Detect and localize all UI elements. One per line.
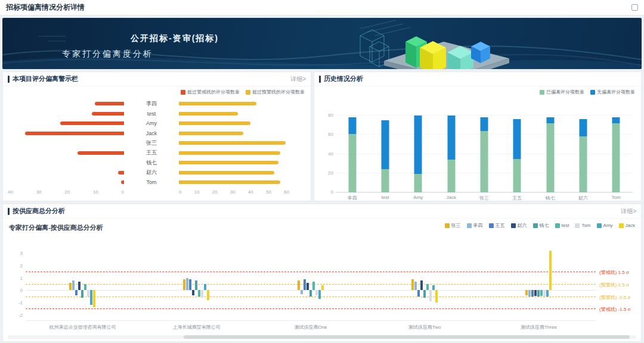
- deviation-bar: [301, 290, 303, 294]
- legend-label: 钱七: [540, 222, 549, 229]
- panel-supplier-header: 按供应商总分分析 详细>: [3, 204, 641, 219]
- axis-tick: Jack: [446, 195, 456, 200]
- tornado-row: 钱七: [8, 158, 306, 168]
- bar-right: [179, 171, 274, 174]
- deviation-bar: [435, 290, 438, 303]
- category-label: Amy: [124, 120, 179, 126]
- stacked-legend: 已偏离评分项数量无偏离评分项数量: [314, 86, 641, 95]
- deviation-bar: [304, 279, 306, 291]
- segment-normal: [513, 119, 521, 158]
- segment-deviated: [513, 159, 521, 192]
- legend-swatch: [511, 223, 516, 228]
- axis-tick: 测试供应商One: [294, 324, 327, 330]
- category-label: 赵六: [124, 169, 179, 176]
- legend-item[interactable]: 超过预警线的评分项数量: [246, 89, 305, 95]
- tornado-axis: 403020100 0102030405060: [8, 189, 306, 195]
- legend-swatch: [533, 223, 538, 228]
- header-accent: [8, 208, 10, 215]
- deviation-bar: [321, 285, 324, 290]
- axis-tick: 王五: [512, 195, 522, 201]
- grouped-chart: 专家打分偏离-按供应商总分分析 张三李四王五赵六钱七testTomAmyJack…: [3, 219, 641, 338]
- warning-detail-link[interactable]: 详细>: [290, 75, 306, 83]
- tornado-row: 赵六: [8, 168, 306, 178]
- middle-row: 本项目评分偏离警示栏 详细> 超过警戒线的评分项数量超过预警线的评分项数量 李四…: [2, 71, 642, 201]
- bar-left: [60, 121, 124, 125]
- header-accent: [8, 76, 10, 83]
- legend-item[interactable]: 王五: [489, 222, 505, 229]
- deviation-bar: [420, 280, 423, 291]
- axis-tick: 30: [36, 189, 42, 195]
- segment-normal: [382, 120, 389, 169]
- stacked-bar: [513, 116, 521, 192]
- header-accent: [319, 76, 321, 83]
- deviation-bar: [549, 251, 552, 290]
- segment-normal: [414, 116, 422, 174]
- segment-deviated: [348, 134, 356, 192]
- axis-tick: 2: [20, 263, 23, 269]
- legend-item[interactable]: 已偏离评分项数量: [540, 89, 584, 95]
- category-label: Tom: [124, 179, 179, 185]
- deviation-bar: [183, 279, 185, 291]
- axis-tick: Amy: [413, 195, 423, 200]
- segment-deviated: [447, 160, 455, 192]
- category-label: 王五: [124, 149, 179, 157]
- segment-normal: [447, 116, 455, 160]
- fullscreen-icon[interactable]: [631, 4, 638, 11]
- deviation-bar: [93, 290, 95, 307]
- deviation-bar: [432, 285, 435, 290]
- deviation-bar: [411, 279, 414, 291]
- deviation-bar: [312, 282, 315, 290]
- deviation-bar: [192, 290, 194, 295]
- deviation-bar: [81, 290, 83, 297]
- segment-normal: [580, 119, 587, 136]
- legend-swatch: [246, 90, 250, 95]
- legend-item[interactable]: 钱七: [533, 222, 549, 229]
- bar-left: [95, 102, 124, 105]
- category-label: 钱七: [124, 159, 179, 167]
- legend-item[interactable]: Tom: [575, 222, 590, 229]
- deviation-bar: [423, 290, 426, 297]
- legend-label: Jack: [626, 223, 635, 228]
- deviation-bar: [78, 282, 80, 290]
- bar-right: [179, 121, 250, 125]
- legend-swatch: [540, 90, 544, 95]
- deviation-bar: [87, 290, 89, 296]
- legend-swatch: [181, 90, 185, 95]
- legend-item[interactable]: 赵六: [511, 222, 527, 229]
- banner-decoration: [2, 18, 642, 69]
- legend-swatch: [597, 223, 602, 228]
- axis-tick: 钱七: [546, 195, 555, 201]
- legend-item[interactable]: Jack: [619, 222, 635, 229]
- legend-item[interactable]: 张三: [445, 222, 461, 229]
- axis-tick: 40: [8, 189, 13, 195]
- panel-history: 历史情况分析 已偏离评分项数量无偏离评分项数量 020406080李四testA…: [314, 71, 642, 201]
- deviation-bar: [298, 280, 300, 291]
- axis-tick: 1: [20, 275, 23, 280]
- legend-item[interactable]: 李四: [467, 222, 483, 229]
- axis-tick: 40: [328, 151, 333, 156]
- legend-item[interactable]: test: [555, 222, 569, 229]
- stacked-bar: [612, 116, 620, 192]
- legend-item[interactable]: 超过警戒线的评分项数量: [181, 89, 240, 95]
- tornado-legend: 超过警戒线的评分项数量超过预警线的评分项数量: [3, 86, 311, 95]
- supplier-detail-link[interactable]: 详细>: [621, 207, 636, 216]
- deviation-bar: [186, 278, 188, 291]
- legend-label: Tom: [581, 223, 590, 228]
- segment-deviated: [414, 174, 422, 192]
- stacked-bar: [580, 116, 587, 192]
- deviation-bar: [531, 290, 534, 296]
- segment-normal: [612, 117, 620, 123]
- axis-tick: -2: [18, 312, 23, 317]
- panel-history-header: 历史情况分析: [314, 72, 641, 86]
- legend-label: 超过预警线的评分项数量: [252, 89, 305, 95]
- segment-deviated: [546, 123, 554, 192]
- scrollbar-thumb[interactable]: [184, 335, 630, 339]
- legend-item[interactable]: 无偏离评分项数量: [590, 89, 635, 95]
- legend-item[interactable]: Amy: [597, 222, 613, 229]
- legend-label: 张三: [451, 222, 461, 229]
- deviation-bar: [69, 283, 72, 290]
- axis-tick: 60: [328, 132, 333, 137]
- horizontal-scrollbar: [8, 335, 636, 339]
- axis-tick: 上海长城商贸有限公司: [173, 324, 221, 330]
- mark-line: (预警线) -0.5 σ: [26, 297, 596, 297]
